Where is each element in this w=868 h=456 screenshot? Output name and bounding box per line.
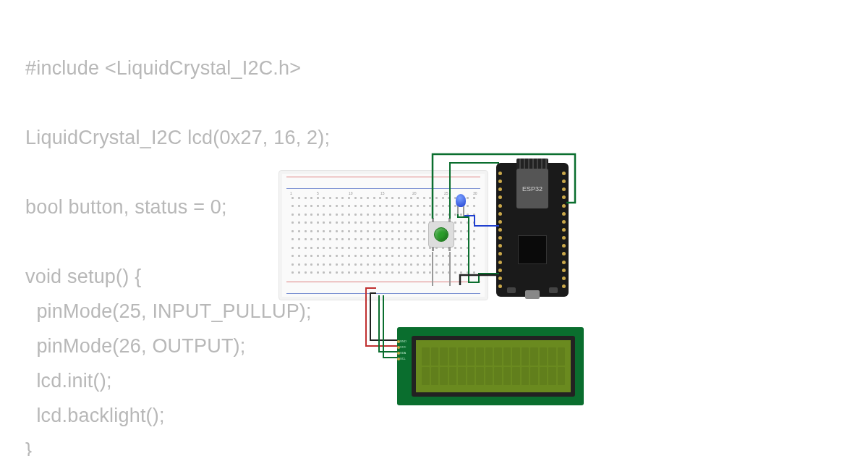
lcd-pin-vcc-hole [397, 346, 400, 349]
wire-led-gnd [458, 214, 499, 282]
lcd-pin-vcc: VCC [400, 345, 406, 350]
lcd-16x2: GND VCC SDA SCL [397, 327, 584, 405]
esp32-pins-right [562, 172, 566, 288]
lcd-pin-sda: SDA [400, 350, 406, 355]
lcd-pin-scl-hole [397, 358, 400, 360]
esp32-board: ESP32 [496, 163, 569, 297]
bb-col-25: 25 [444, 191, 448, 195]
lcd-pin-gnd: GND [400, 339, 407, 344]
led-anode [463, 206, 464, 216]
led-blue [456, 194, 466, 207]
wire-lcd-vcc [366, 288, 397, 346]
esp32-en-button [549, 287, 558, 293]
source-code: #include <LiquidCrystal_I2C.h> LiquidCry… [25, 51, 330, 456]
bb-col-10: 10 [349, 191, 353, 195]
wire-lcd-scl [383, 295, 397, 358]
lcd-pin-sda-hole [397, 352, 400, 355]
esp32-chip [518, 235, 547, 264]
esp32-pins-left [498, 172, 503, 288]
esp32-antenna [516, 159, 548, 169]
esp32-usb [525, 290, 540, 299]
lcd-screen [412, 336, 575, 397]
push-button [428, 221, 454, 248]
wire-lcd-sda [379, 295, 397, 352]
wire-led-anode [464, 216, 499, 226]
lcd-pin-gnd-hole [397, 340, 400, 343]
push-button-cap [434, 227, 448, 242]
bb-col-20: 20 [412, 191, 417, 195]
lcd-char-grid [422, 347, 565, 385]
wire-lcd-gnd [370, 293, 397, 340]
wire-led-ctrl [450, 163, 499, 219]
esp32-shield: ESP32 [516, 169, 548, 208]
lcd-pin-scl: SCL [400, 356, 406, 361]
led-cathode [457, 206, 459, 215]
esp32-boot-button [507, 287, 516, 293]
bb-col-15: 15 [380, 191, 385, 195]
wire-gnd-esp [460, 275, 499, 285]
wire-button-gpio [433, 154, 575, 219]
esp32-label: ESP32 [522, 185, 542, 193]
bb-col-30: 30 [473, 191, 477, 195]
